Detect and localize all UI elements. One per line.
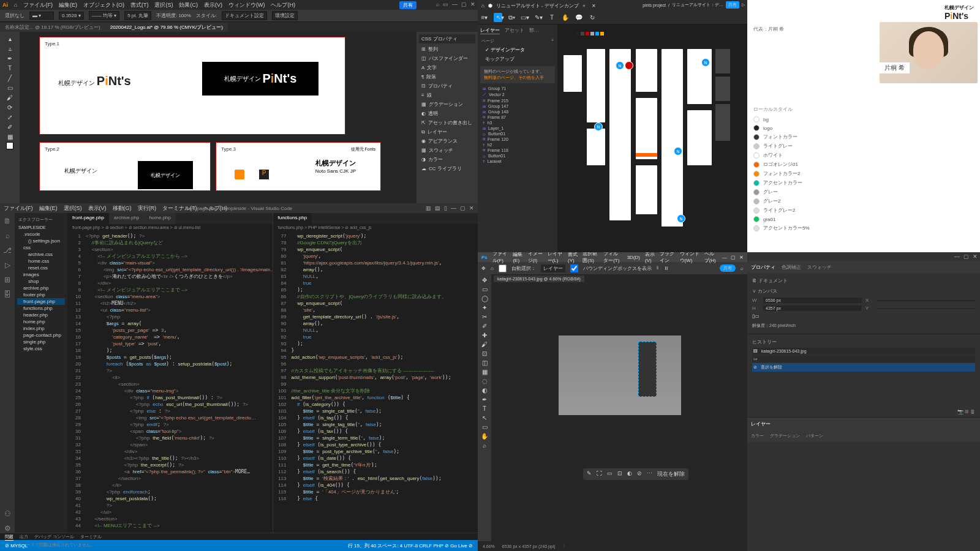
- eyedropper-icon[interactable]: ✐: [482, 323, 487, 329]
- share-button[interactable]: 共有: [720, 264, 736, 272]
- editor-tab[interactable]: home.php: [144, 213, 176, 224]
- color-swatch[interactable]: アクセントカラー5%: [753, 223, 974, 233]
- wand-icon[interactable]: ✦: [482, 304, 487, 311]
- explorer-icon[interactable]: 🗎: [4, 217, 11, 225]
- pen-tool-icon[interactable]: ✒: [6, 54, 14, 62]
- layer-icon[interactable]: ⊡: [617, 470, 622, 478]
- search-icon[interactable]: ⌕: [6, 231, 10, 240]
- shape-icon[interactable]: ▭: [482, 424, 488, 430]
- minimize-icon[interactable]: —: [954, 253, 960, 260]
- panel-icon[interactable]: ▤: [435, 205, 440, 211]
- fill-icon[interactable]: [6, 142, 13, 149]
- menu-icon[interactable]: ≡▾: [480, 14, 489, 21]
- scale-tool-icon[interactable]: ⤢: [6, 113, 14, 121]
- pen-tool-icon[interactable]: ✎▾: [534, 14, 543, 21]
- brush-tool-icon[interactable]: 🖌: [6, 93, 14, 102]
- artboard-1[interactable]: Type.1 札幌デザイン PiNt's 札幌デザイン PiNt's: [39, 37, 345, 135]
- color-swatch[interactable]: ロゴオレンジ01: [753, 160, 974, 169]
- close-icon[interactable]: ✕: [470, 1, 475, 7]
- delete-icon[interactable]: ⊘: [637, 470, 642, 478]
- autoselect-checkbox[interactable]: [499, 264, 507, 272]
- account-icon[interactable]: ⚇: [4, 509, 11, 518]
- pen-icon[interactable]: ✒: [482, 396, 487, 403]
- search-icon[interactable]: ⌕: [741, 266, 744, 271]
- extensions-icon[interactable]: ⊞: [4, 276, 10, 284]
- color-swatch[interactable]: グレー2: [753, 197, 974, 206]
- minimize-icon[interactable]: —: [451, 205, 456, 211]
- eraser-icon[interactable]: ◫: [482, 359, 488, 366]
- artboard-2[interactable]: Type.2 札幌デザイン 札幌デザイン: [39, 142, 211, 191]
- editor-tab[interactable]: front-page.php: [67, 213, 109, 224]
- figma-icon[interactable]: ⬢: [488, 3, 492, 9]
- search-icon[interactable]: ⌕: [436, 1, 439, 7]
- camera-icon[interactable]: 📷: [957, 409, 963, 414]
- hand-icon[interactable]: ✋: [481, 433, 488, 440]
- lasso-icon[interactable]: ◯: [481, 295, 488, 302]
- artboard-3[interactable]: Type.3 使用元 Fonts 札幌デザイン Noto Sans CJK JP…: [216, 142, 381, 191]
- breadcrumb[interactable]: front-page.php > ⊘ section > ⊘ section.m…: [67, 224, 273, 231]
- layout-icon[interactable]: ▥: [426, 205, 431, 211]
- close-icon[interactable]: ✕: [973, 253, 978, 260]
- frame-tool-icon[interactable]: ⧉▾: [507, 14, 516, 21]
- orientation-icon[interactable]: ▯▭: [752, 313, 760, 319]
- settings-icon[interactable]: ⚙: [4, 524, 11, 533]
- type-icon[interactable]: T: [483, 405, 486, 412]
- close-icon[interactable]: ✕: [592, 3, 596, 9]
- canvas[interactable]: katagiri-230615-043.jpg @ 4.66% (RGB/8#)…: [491, 274, 747, 541]
- heal-icon[interactable]: ✚: [482, 332, 487, 339]
- code-area[interactable]: 77 wp_deregister_script('jquery'); 78 //…: [273, 231, 478, 503]
- rect-tool-icon[interactable]: ▭▾: [521, 14, 529, 21]
- zoom-icon[interactable]: ⌕: [483, 442, 486, 449]
- gradient-icon[interactable]: ▦: [482, 369, 488, 375]
- home-icon[interactable]: ⌂: [491, 266, 494, 271]
- code-area[interactable]: 1<?php get_header(); ?> 2 //事前に読み込まれるjQu…: [67, 231, 273, 530]
- bbox-checkbox[interactable]: [570, 264, 578, 272]
- align-icon[interactable]: ⫴: [657, 265, 659, 271]
- dodge-icon[interactable]: ◐: [482, 387, 488, 394]
- share-button[interactable]: 共有: [399, 1, 417, 9]
- maximize-icon[interactable]: ▢: [731, 255, 736, 260]
- type-tool-icon[interactable]: T: [6, 64, 14, 72]
- color-swatch[interactable]: フォントカラー: [753, 132, 974, 141]
- move-tool-icon[interactable]: ✥: [482, 277, 487, 283]
- minimize-icon[interactable]: —: [452, 1, 458, 7]
- close-icon[interactable]: ✕: [739, 255, 744, 260]
- distribute-icon[interactable]: ⫼: [664, 266, 669, 271]
- image[interactable]: [559, 335, 681, 415]
- rotate-tool-icon[interactable]: ⟳: [6, 103, 14, 111]
- path-icon[interactable]: ↖: [482, 414, 487, 421]
- color-swatch[interactable]: グレー: [753, 187, 974, 197]
- edit-icon[interactable]: ✎: [587, 470, 592, 478]
- expand-icon[interactable]: ⛶: [597, 470, 602, 478]
- maximize-icon[interactable]: ▢: [963, 253, 969, 260]
- color-swatch[interactable]: アクセントカラー: [753, 178, 974, 187]
- color-swatch[interactable]: gra01: [753, 215, 974, 223]
- selection-tool-icon[interactable]: ▴: [6, 34, 14, 43]
- line-tool-icon[interactable]: ╱: [6, 73, 14, 82]
- color-swatch[interactable]: ライトグレー2: [753, 206, 974, 215]
- color-swatch[interactable]: bg: [753, 115, 974, 124]
- adjust-icon[interactable]: ◐: [627, 470, 632, 478]
- direct-select-icon[interactable]: ▵: [6, 44, 14, 53]
- mask-icon[interactable]: ▭: [607, 470, 612, 478]
- db-icon[interactable]: 🗄: [4, 290, 11, 299]
- doc-tab[interactable]: 20200422_Logo.ai* @ 79.86 % (CMYK/プレビュー): [105, 23, 228, 32]
- brush-icon[interactable]: 🖌: [481, 341, 488, 348]
- stamp-icon[interactable]: ⊡: [482, 350, 487, 357]
- canvas[interactable]: Type.1 札幌デザイン PiNt's 札幌デザイン PiNt's Type.…: [20, 32, 417, 203]
- maximize-icon[interactable]: ▢: [460, 205, 466, 211]
- doc-tab[interactable]: 名称未設定... @ 18.17 % (RGB/プレビュー): [0, 23, 105, 32]
- breadcrumb[interactable]: functions.php > PHP IntelliSense > ⊘ add…: [273, 224, 478, 231]
- history-icon[interactable]: ↻: [588, 14, 597, 21]
- eyedropper-icon[interactable]: ✐: [6, 122, 14, 131]
- move-tool-icon[interactable]: ↖▾: [494, 13, 502, 22]
- sidebar-icon[interactable]: ▯: [444, 205, 447, 211]
- more-icon[interactable]: ⋯: [647, 470, 652, 478]
- new-icon[interactable]: ⊞: [965, 409, 969, 414]
- gradient-tool-icon[interactable]: ▦: [6, 132, 14, 141]
- maximize-icon[interactable]: ▢: [461, 1, 467, 7]
- blur-icon[interactable]: ◌: [482, 378, 488, 384]
- crop-icon[interactable]: ✂: [482, 313, 487, 320]
- share-button[interactable]: 共有: [726, 1, 739, 9]
- figma-canvas[interactable]: N N N N N: [557, 24, 747, 252]
